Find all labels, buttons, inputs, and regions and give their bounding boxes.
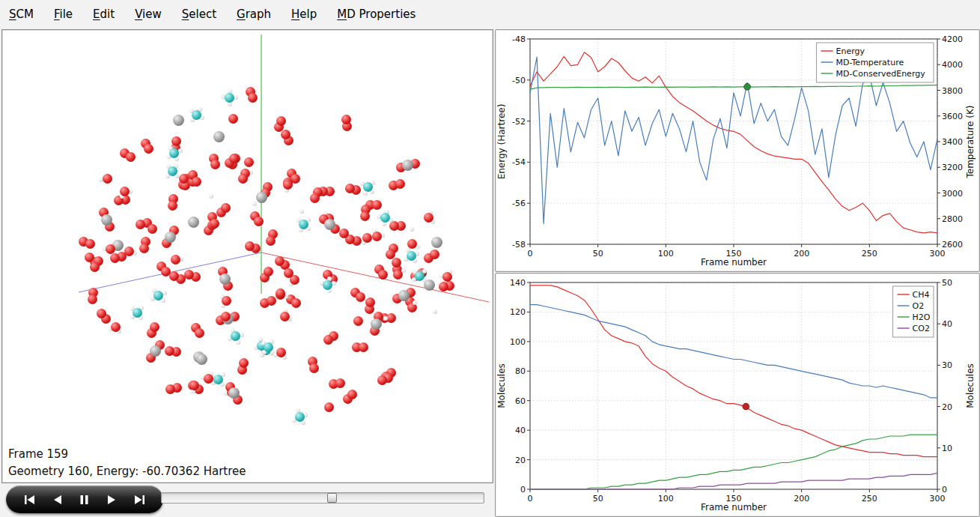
svg-text:0: 0 <box>520 485 526 495</box>
svg-text:40: 40 <box>515 426 526 435</box>
atom <box>295 412 305 422</box>
atom <box>150 345 161 357</box>
svg-text:40: 40 <box>942 319 952 329</box>
menu-bar: SCMFileEditViewSelectGraphHelpMD Propert… <box>0 0 980 28</box>
atom <box>360 211 370 221</box>
menu-item-select[interactable]: Select <box>182 7 216 21</box>
svg-text:0: 0 <box>528 249 533 258</box>
pause-button[interactable] <box>78 493 91 507</box>
menu-item-file[interactable]: File <box>54 7 73 21</box>
svg-text:4000: 4000 <box>942 60 963 70</box>
svg-text:100: 100 <box>658 249 674 258</box>
svg-text:30: 30 <box>942 360 952 370</box>
atom <box>213 375 223 384</box>
menu-item-view[interactable]: View <box>135 7 162 21</box>
atom <box>85 239 95 249</box>
menu-item-scm[interactable]: SCM <box>9 7 34 21</box>
atom <box>228 114 238 124</box>
atom <box>168 201 177 211</box>
atom <box>229 154 239 163</box>
svg-text:-50: -50 <box>512 76 526 85</box>
svg-text:CH4: CH4 <box>913 290 930 300</box>
svg-text:CO2: CO2 <box>913 324 930 333</box>
molecules-chart-panel: 0204060801001201400102030405005010015020… <box>495 273 980 517</box>
atom <box>196 354 207 365</box>
atom <box>244 157 254 167</box>
energy-temperature-chart[interactable]: -48-50-52-54-56-582600280030003200340036… <box>496 30 978 270</box>
atom <box>171 136 181 146</box>
atom <box>280 312 290 321</box>
atom <box>377 375 387 385</box>
atom <box>256 192 267 203</box>
step-forward-icon <box>107 495 116 505</box>
menu-item-md-properties[interactable]: MD Properties <box>337 7 416 21</box>
svg-text:-52: -52 <box>512 117 526 127</box>
atom <box>106 244 115 254</box>
molecule-counts-chart[interactable]: 0204060801001201400102030405005010015020… <box>496 273 978 515</box>
atom <box>210 160 220 169</box>
atom <box>372 232 382 241</box>
atom <box>363 191 368 196</box>
atom <box>410 227 414 232</box>
svg-text:MD-ConservedEnergy: MD-ConservedEnergy <box>836 69 926 79</box>
menu-item-help[interactable]: Help <box>291 7 317 21</box>
atom <box>430 250 439 259</box>
atom <box>101 214 112 226</box>
svg-text:250: 250 <box>862 494 877 504</box>
frame-slider[interactable] <box>161 492 484 504</box>
frame-slider-thumb[interactable] <box>327 493 337 503</box>
atom <box>356 292 365 302</box>
previous-frame-button[interactable] <box>52 493 64 507</box>
svg-text:Frame number: Frame number <box>701 257 767 267</box>
atom <box>442 272 452 282</box>
atom <box>371 318 382 330</box>
atom <box>210 219 219 229</box>
atom <box>264 342 273 352</box>
atom <box>165 346 174 356</box>
molecule-viewer-3d[interactable]: Frame 159 Geometry 160, Energy: -60.7036… <box>1 29 493 483</box>
svg-text:100: 100 <box>658 494 674 504</box>
next-frame-button[interactable] <box>106 493 118 507</box>
first-frame-button[interactable] <box>22 493 37 507</box>
atom <box>150 322 159 332</box>
atom <box>222 296 231 306</box>
menu-item-graph[interactable]: Graph <box>237 7 271 21</box>
atom <box>395 179 405 189</box>
atom <box>90 262 100 272</box>
pause-icon <box>79 495 89 505</box>
atom <box>120 187 130 196</box>
last-frame-button[interactable] <box>132 493 147 507</box>
atom <box>407 239 417 249</box>
atom <box>323 335 333 345</box>
geometry-energy-label: Geometry 160, Energy: -60.70362 Hartree <box>8 463 246 480</box>
atom <box>126 152 136 162</box>
atom <box>144 144 153 154</box>
atom <box>386 250 395 259</box>
atom <box>335 378 345 388</box>
svg-text:O2: O2 <box>913 301 925 311</box>
atom <box>378 270 388 279</box>
atom <box>283 180 293 190</box>
svg-text:3600: 3600 <box>942 112 963 121</box>
atom <box>225 93 234 103</box>
svg-text:300: 300 <box>930 249 946 258</box>
svg-text:200: 200 <box>794 494 809 504</box>
menu-item-edit[interactable]: Edit <box>93 7 115 21</box>
atom <box>299 209 304 214</box>
atom <box>221 203 231 213</box>
svg-text:Molecules: Molecules <box>965 363 976 408</box>
atom <box>402 160 413 171</box>
svg-text:-56: -56 <box>512 199 526 208</box>
svg-text:-58: -58 <box>512 240 526 250</box>
atom <box>111 322 121 332</box>
atom <box>362 233 372 243</box>
svg-text:250: 250 <box>862 249 877 258</box>
atom <box>284 268 293 278</box>
atom <box>139 244 149 253</box>
atom <box>165 384 175 394</box>
atom <box>248 93 258 103</box>
atom <box>439 282 448 291</box>
atom <box>189 381 199 390</box>
atom <box>133 308 142 318</box>
svg-text:10: 10 <box>942 444 952 453</box>
